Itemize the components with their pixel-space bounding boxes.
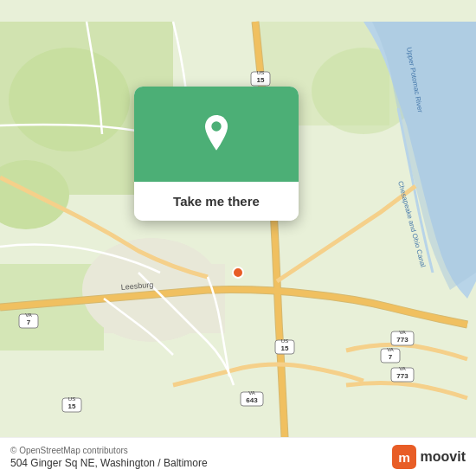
moovit-name: moovit xyxy=(421,449,466,465)
svg-text:VA: VA xyxy=(387,347,394,352)
svg-text:VA: VA xyxy=(399,366,406,371)
svg-text:773: 773 xyxy=(396,336,408,344)
location-card: Take me there xyxy=(134,87,299,221)
svg-point-36 xyxy=(211,121,221,131)
svg-point-35 xyxy=(233,267,243,278)
map-svg: 15 US 15 US 7 VA 7 VA 773 VA 773 VA 643 … xyxy=(0,0,476,476)
address-text: 504 Ginger Sq NE, Washington / Baltimore xyxy=(10,457,208,469)
bottom-left-info: © OpenStreetMap contributors 504 Ginger … xyxy=(10,446,208,469)
svg-text:VA: VA xyxy=(25,312,32,318)
svg-text:15: 15 xyxy=(257,76,265,84)
button-label: Take me there xyxy=(173,194,260,209)
svg-text:m: m xyxy=(398,450,410,465)
svg-point-1 xyxy=(9,48,130,151)
svg-text:643: 643 xyxy=(246,396,258,404)
svg-text:US: US xyxy=(68,396,75,402)
svg-text:15: 15 xyxy=(68,402,76,410)
take-me-there-button[interactable]: Take me there xyxy=(134,182,299,221)
card-map-green-area xyxy=(134,87,299,182)
map-container: 15 US 15 US 7 VA 7 VA 773 VA 773 VA 643 … xyxy=(0,0,476,476)
moovit-icon: m xyxy=(392,445,416,469)
svg-text:7: 7 xyxy=(27,318,31,326)
svg-text:15: 15 xyxy=(281,344,289,352)
svg-text:773: 773 xyxy=(396,372,408,380)
svg-text:VA: VA xyxy=(399,330,406,335)
moovit-logo: m moovit xyxy=(392,445,466,469)
svg-text:7: 7 xyxy=(389,353,393,361)
bottom-bar: © OpenStreetMap contributors 504 Ginger … xyxy=(0,437,476,476)
svg-text:US: US xyxy=(281,338,288,344)
svg-text:US: US xyxy=(257,70,264,75)
svg-text:VA: VA xyxy=(248,390,255,396)
copyright-text: © OpenStreetMap contributors xyxy=(10,446,208,455)
location-pin-icon xyxy=(197,115,235,153)
